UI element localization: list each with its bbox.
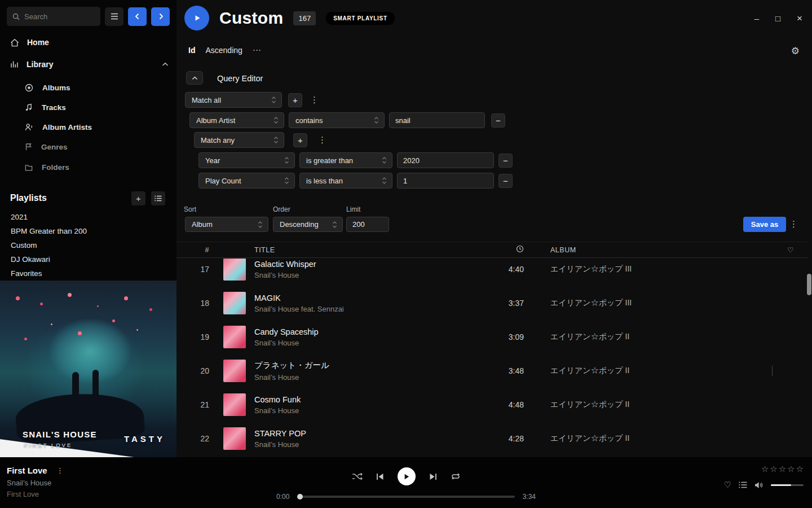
playlist-play-button[interactable] — [184, 6, 209, 30]
sidebar-item-album-artists[interactable]: Album Artists — [25, 119, 92, 135]
sidebar-item-genres[interactable]: Genres — [25, 138, 68, 155]
playlist-item-dj-okawari[interactable]: DJ Okawari — [11, 252, 50, 266]
rule-operator-select[interactable]: contains — [289, 112, 385, 128]
column-header-number[interactable]: # — [176, 246, 209, 254]
column-header-duration[interactable] — [493, 245, 524, 255]
next-track-button[interactable] — [429, 473, 437, 480]
collapse-chevron-icon[interactable] — [162, 62, 169, 67]
sidebar-item-library[interactable]: Library — [10, 56, 169, 73]
rule-value-input[interactable] — [389, 112, 485, 128]
star-icon[interactable]: ☆ — [787, 464, 795, 474]
close-button[interactable]: × — [797, 14, 802, 23]
favorite-heart-button[interactable]: ♡ — [724, 480, 731, 490]
seek-handle[interactable] — [297, 494, 303, 500]
track-row[interactable]: 21 Cosmo Funk Snail’s House 4:48 エイリアン☆ポ… — [176, 388, 807, 422]
save-as-button[interactable]: Save as — [743, 217, 786, 232]
queue-button[interactable] — [739, 481, 747, 488]
scrollbar-thumb[interactable] — [807, 274, 811, 295]
sidebar-item-label: Folders — [42, 163, 69, 172]
sort-direction-button[interactable]: Ascending — [205, 46, 242, 55]
track-title: MAGIK — [254, 294, 493, 303]
plus-icon: + — [298, 135, 303, 145]
rule-operator-select[interactable]: is less than — [299, 173, 392, 189]
track-row[interactable]: 20 プラネット・ガール Snail’s House 3:48 エイリアン☆ポッ… — [176, 354, 807, 388]
artist-person-icon — [25, 123, 33, 131]
volume-slider[interactable] — [771, 484, 804, 486]
sidebar-item-label: Albums — [42, 84, 70, 92]
nav-forward-button[interactable] — [151, 7, 170, 26]
track-number: 19 — [176, 332, 209, 341]
match-all-select[interactable]: Match all — [185, 92, 282, 108]
maximize-button[interactable]: □ — [775, 14, 780, 23]
track-row[interactable]: 19 Candy Spaceship Snail’s House 3:09 エイ… — [176, 320, 807, 354]
sidebar-item-tracks[interactable]: Tracks — [25, 99, 66, 116]
now-playing-artist: Snail’s House — [7, 479, 65, 487]
match-any-select[interactable]: Match any — [194, 132, 284, 148]
order-select[interactable]: Descending — [273, 217, 343, 232]
playlist-item-favorites[interactable]: Favorites — [11, 266, 42, 280]
sort-field-button[interactable]: Id — [188, 46, 195, 55]
minimize-button[interactable]: – — [754, 14, 759, 23]
sort-label: Sort — [184, 205, 196, 213]
track-album-focused-cell[interactable]: エイリアン☆ポップ II — [542, 366, 774, 376]
add-rule-button[interactable]: + — [293, 133, 307, 147]
search-box[interactable] — [7, 7, 100, 26]
track-album: エイリアン☆ポップ III — [542, 264, 774, 274]
sidebar-item-folders[interactable]: Folders — [25, 159, 69, 176]
track-title: STARRY POP — [254, 429, 493, 438]
playlist-item-custom[interactable]: Custom — [11, 238, 37, 252]
add-rule-button[interactable]: + — [288, 93, 302, 107]
volume-icon[interactable] — [754, 481, 764, 489]
play-pause-button[interactable] — [398, 467, 416, 485]
rule-group-menu-button[interactable]: ⋮ — [308, 95, 320, 105]
star-icon[interactable]: ☆ — [761, 464, 769, 474]
search-input[interactable] — [24, 12, 86, 21]
playlist-item-bpm[interactable]: BPM Greater than 200 — [11, 224, 87, 238]
rule-field-select[interactable]: Album Artist — [189, 112, 284, 128]
column-header-title[interactable]: TITLE — [254, 246, 493, 254]
select-value: Year — [205, 156, 220, 165]
column-header-favorite[interactable]: ♡ — [774, 246, 807, 254]
previous-track-button[interactable] — [376, 473, 384, 480]
star-icon[interactable]: ☆ — [779, 464, 786, 474]
track-artist: Snail’s House — [254, 271, 493, 279]
sidebar-item-albums[interactable]: Albums — [25, 79, 70, 96]
more-options-button[interactable]: ⋯ — [253, 45, 262, 55]
query-editor-collapse-button[interactable] — [186, 71, 203, 85]
select-value: Match all — [192, 96, 221, 104]
settings-gear-icon[interactable]: ⚙ — [791, 45, 800, 57]
limit-input[interactable] — [346, 217, 389, 232]
clock-icon — [516, 245, 524, 253]
rule-value-input[interactable] — [397, 173, 494, 189]
save-menu-button[interactable]: ⋮ — [788, 219, 800, 229]
album-disc-icon — [25, 84, 33, 92]
track-row[interactable]: 17 Galactic Whisper Snail’s House 4:40 エ… — [176, 259, 807, 286]
star-icon[interactable]: ☆ — [796, 464, 804, 474]
playlist-item-2021[interactable]: 2021 — [11, 210, 28, 224]
sort-select[interactable]: Album — [185, 217, 268, 232]
sidebar-item-home[interactable]: Home — [10, 34, 169, 51]
rule-field-select[interactable]: Play Count — [198, 173, 295, 189]
album-art-thumbnail — [223, 427, 246, 450]
shuffle-button[interactable] — [352, 472, 363, 480]
rule-field-select[interactable]: Year — [198, 152, 295, 168]
remove-rule-button[interactable]: − — [498, 174, 513, 188]
repeat-button[interactable] — [451, 472, 461, 480]
remove-rule-button[interactable]: − — [491, 113, 505, 128]
now-playing-menu-button[interactable]: ⋮ — [55, 466, 65, 475]
nav-back-button[interactable] — [128, 7, 147, 26]
column-header-album[interactable]: ALBUM — [542, 246, 774, 254]
playlist-list-button[interactable] — [151, 191, 165, 205]
menu-button[interactable] — [105, 7, 123, 26]
rule-group-menu-button[interactable]: ⋮ — [316, 135, 328, 145]
rule-value-input[interactable] — [397, 152, 494, 168]
add-playlist-button[interactable]: + — [131, 191, 145, 205]
rule-operator-select[interactable]: is greater than — [299, 152, 392, 168]
track-row[interactable]: 18 MAGIK Snail’s House feat. Sennzai 3:3… — [176, 286, 807, 320]
track-row[interactable]: 22 STARRY POP Snail’s House 4:28 エイリアン☆ポ… — [176, 422, 807, 456]
sidebar-item-label: Library — [27, 60, 53, 69]
star-icon[interactable]: ☆ — [770, 464, 777, 474]
seek-bar[interactable] — [297, 496, 514, 498]
remove-rule-button[interactable]: − — [498, 154, 513, 168]
album-art-thumbnail — [223, 360, 246, 382]
